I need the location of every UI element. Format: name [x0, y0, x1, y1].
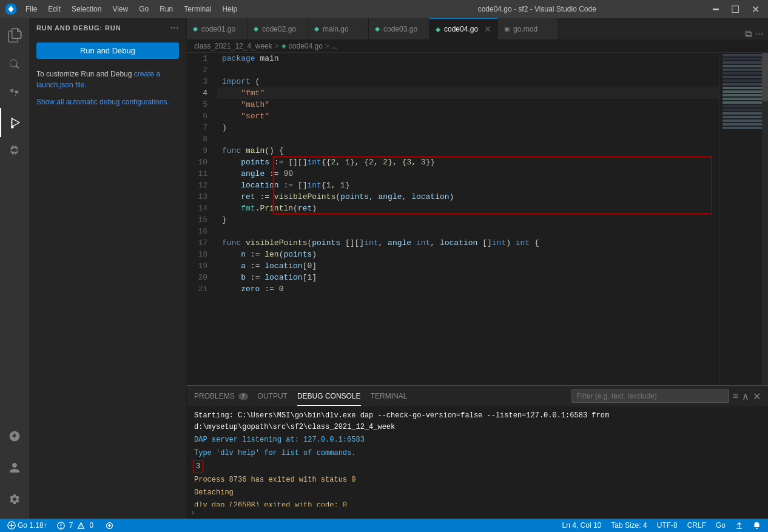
menu-terminal[interactable]: Terminal — [179, 4, 216, 15]
more-tabs-button[interactable]: ··· — [755, 29, 763, 39]
tab-label: code01.go — [201, 25, 235, 33]
status-position[interactable]: Ln 4, Col 10 — [560, 521, 604, 530]
code-line-11: angle := 90 — [217, 168, 719, 180]
activity-extensions[interactable] — [0, 137, 29, 166]
code-editor[interactable]: package main import ( "fmt" "math" "sort — [217, 53, 719, 385]
run-and-debug-button[interactable]: Run and Debug — [36, 42, 179, 59]
code-line-2 — [217, 64, 719, 76]
activity-settings[interactable] — [0, 485, 29, 514]
problems-badge: 7 — [238, 393, 248, 400]
status-encoding[interactable]: UTF-8 — [655, 521, 680, 530]
minimize-button[interactable]: ━ — [709, 4, 723, 15]
line-num-20: 20 — [187, 272, 217, 283]
sidebar-more-actions[interactable]: ··· — [170, 23, 179, 33]
status-warning-count: 0 — [89, 521, 93, 530]
tab-close-button[interactable]: ✕ — [484, 24, 491, 34]
menu-edit[interactable]: Edit — [43, 4, 66, 15]
go-file-icon: ◈ — [193, 25, 198, 32]
panel-content: Starting: C:\Users\MSI\go\bin\dlv.exe da… — [187, 407, 768, 507]
tab-code01[interactable]: ◈ code01.go — [187, 18, 248, 39]
tab-label: code03.go — [383, 25, 417, 33]
code-line-9: func main() { — [217, 145, 719, 157]
menu-view[interactable]: View — [107, 4, 133, 15]
show-auto-debug-link[interactable]: Show all automatic debug configurations. — [29, 95, 186, 109]
tab-gomod[interactable]: ▣ go.mod — [498, 18, 559, 39]
line-num-19: 19 — [187, 260, 217, 272]
panel-sort-button[interactable]: ≡ — [733, 391, 738, 402]
menu-help[interactable]: Help — [218, 4, 243, 15]
status-tab-size[interactable]: Tab Size: 4 — [608, 521, 649, 530]
tab-problems[interactable]: PROBLEMS 7 — [194, 387, 248, 406]
line-numbers: 1 2 3 4 5 6 7 8 9 10 11 12 13 14 15 16 1… — [187, 53, 217, 385]
status-error-count: 7 — [69, 521, 73, 530]
tab-debug-console[interactable]: DEBUG CONSOLE — [297, 387, 361, 406]
console-line-5: Process 8736 has exited with status 0 — [187, 474, 768, 487]
activity-source-control[interactable] — [0, 79, 29, 108]
line-num-15: 15 — [187, 214, 217, 226]
activity-explorer[interactable] — [0, 21, 29, 50]
line-num-6: 6 — [187, 110, 217, 122]
activity-account[interactable] — [0, 453, 29, 482]
panel-collapse-button[interactable]: ∧ — [742, 391, 749, 402]
breadcrumb-symbol[interactable]: ... — [332, 42, 338, 50]
breadcrumb-folder[interactable]: class_2021_12_4_week — [194, 42, 272, 50]
status-line-ending[interactable]: CRLF — [685, 521, 709, 530]
code-line-18: n := len(points) — [217, 249, 719, 260]
menu-go[interactable]: Go — [134, 4, 153, 15]
bottom-panel: PROBLEMS 7 OUTPUT DEBUG CONSOLE TERMINAL… — [187, 385, 768, 507]
breadcrumb-file-icon: ◈ — [281, 42, 286, 49]
code-line-7: ) — [217, 122, 719, 133]
code-line-3: import ( — [217, 76, 719, 87]
line-num-9: 9 — [187, 145, 217, 157]
line-num-11: 11 — [187, 168, 217, 180]
line-num-18: 18 — [187, 249, 217, 260]
split-editor-button[interactable]: ⧉ — [745, 29, 752, 39]
code-line-8 — [217, 133, 719, 145]
tab-label: main.go — [323, 25, 349, 33]
code-line-5: "math" — [217, 99, 719, 110]
close-button[interactable]: ✕ — [748, 4, 763, 15]
status-go-text: Go 1.18↑ — [18, 521, 47, 530]
panel-close-button[interactable]: ✕ — [753, 391, 761, 402]
status-upload[interactable] — [733, 522, 746, 530]
panel-scroll-right[interactable]: › — [192, 508, 194, 517]
tab-code03[interactable]: ◈ code03.go — [369, 18, 429, 39]
tab-output[interactable]: OUTPUT — [258, 387, 288, 406]
code-line-20: b := location[1] — [217, 272, 719, 283]
go-file-icon: ◈ — [314, 25, 319, 32]
tab-code04[interactable]: ◈ code04.go ✕ — [429, 18, 498, 39]
status-remote[interactable] — [103, 522, 116, 530]
status-language[interactable]: Go — [713, 521, 728, 530]
activity-run-debug[interactable] — [0, 108, 29, 137]
line-num-14: 14 — [187, 203, 217, 214]
tab-code02[interactable]: ◈ code02.go — [248, 18, 308, 39]
menu-file[interactable]: File — [21, 4, 42, 15]
console-line-2: DAP server listening at: 127.0.0.1:6583 — [187, 434, 768, 446]
line-num-2: 2 — [187, 64, 217, 76]
console-line-6: Detaching — [187, 487, 768, 499]
menu-selection[interactable]: Selection — [67, 4, 106, 15]
console-line-7: dlv dap (26508) exited with code: 0 — [187, 499, 768, 507]
status-notifications[interactable] — [750, 522, 763, 530]
tab-terminal[interactable]: TERMINAL — [371, 387, 408, 406]
line-num-1: 1 — [187, 53, 217, 64]
app-icon — [5, 3, 17, 15]
status-go-version[interactable]: Go 1.18↑ — [5, 521, 50, 530]
console-line-1: Starting: C:\Users\MSI\go\bin\dlv.exe da… — [187, 409, 768, 434]
panel-tab-bar: PROBLEMS 7 OUTPUT DEBUG CONSOLE TERMINAL… — [187, 386, 768, 407]
code-line-6: "sort" — [217, 110, 719, 122]
sidebar-description: To customize Run and Debug create a laun… — [29, 64, 186, 95]
go-file-icon: ◈ — [375, 25, 380, 32]
window-title: code04.go - sf2 - Visual Studio Code — [365, 5, 710, 13]
tab-main[interactable]: ◈ main.go — [308, 18, 369, 39]
maximize-button[interactable]: ☐ — [727, 4, 743, 15]
activity-remote[interactable] — [0, 422, 29, 451]
status-bar: Go 1.18↑ 7 0 Ln 4, Col 10 Tab Size: 4 UT… — [0, 519, 768, 532]
status-errors[interactable]: 7 0 — [55, 521, 98, 530]
breadcrumb-file[interactable]: code04.go — [289, 42, 323, 50]
activity-search[interactable] — [0, 50, 29, 79]
code-line-15: } — [217, 214, 719, 226]
go-file-icon: ◈ — [254, 25, 258, 32]
panel-filter-input[interactable] — [571, 389, 729, 403]
menu-run[interactable]: Run — [155, 4, 178, 15]
